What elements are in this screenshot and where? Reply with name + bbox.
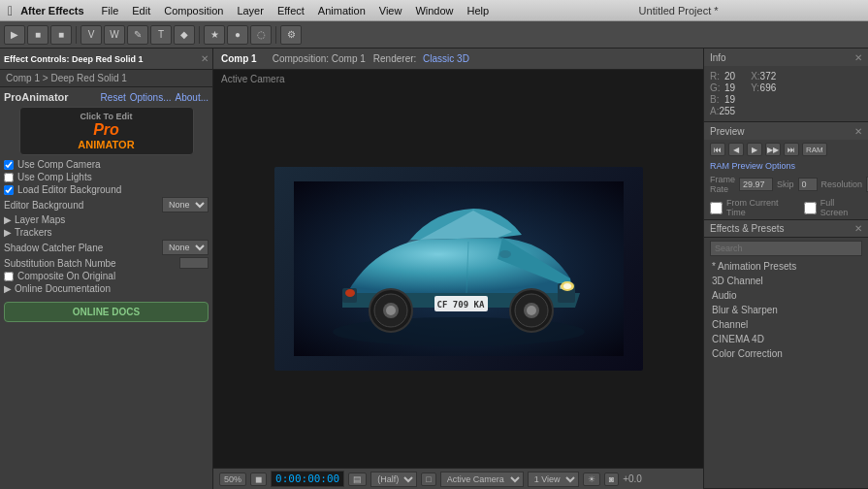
apple-menu[interactable]: : [8, 3, 13, 18]
view-count-select[interactable]: 1 View: [528, 472, 579, 487]
online-docs-toggle[interactable]: ▶: [4, 283, 12, 294]
toolbar-btn-6[interactable]: ✎: [127, 25, 148, 45]
toolbar-btn-1[interactable]: ▶: [4, 25, 25, 45]
viewport: Active Camera: [213, 70, 703, 468]
main-area: Effect Controls: Deep Red Solid 1 ✕ Comp…: [0, 49, 868, 489]
reset-btn[interactable]: Reset: [101, 92, 126, 103]
use-comp-lights-checkbox[interactable]: [4, 173, 14, 182]
skip-label: Skip: [777, 179, 794, 189]
menu-layer[interactable]: Layer: [231, 3, 270, 18]
trackers-toggle[interactable]: ▶: [4, 227, 12, 238]
next-frame-btn[interactable]: ▶▶: [765, 143, 781, 156]
panel-tabs: Effect Controls: Deep Red Solid 1 ✕: [0, 49, 212, 70]
shadow-catcher-select[interactable]: None: [162, 240, 209, 255]
car-render: CF 709 KA: [274, 167, 643, 371]
skip-to-start-btn[interactable]: ⏮: [710, 143, 725, 156]
composite-on-original-checkbox[interactable]: [4, 272, 14, 281]
preview-header[interactable]: Preview ✕: [704, 122, 868, 140]
substitution-input[interactable]: [179, 257, 209, 269]
toolbar-btn-10[interactable]: ●: [227, 25, 248, 45]
resolution-label: Resolution: [821, 179, 863, 189]
about-btn[interactable]: About...: [176, 92, 209, 103]
comp-tab[interactable]: Comp 1: [221, 53, 257, 64]
svg-point-15: [386, 306, 396, 315]
load-editor-bg-checkbox[interactable]: [4, 185, 14, 195]
b-label: B:: [710, 94, 719, 105]
left-panel: Effect Controls: Deep Red Solid 1 ✕ Comp…: [0, 49, 213, 489]
zoom-level[interactable]: 50%: [219, 473, 246, 486]
from-current-checkbox[interactable]: [710, 202, 723, 214]
ep-3d-channel[interactable]: 3D Channel: [704, 274, 868, 288]
toolbar-btn-12[interactable]: ⚙: [280, 25, 302, 45]
preview-controls: ⏮ ◀ ▶ ▶▶ ⏭ RAM: [704, 140, 868, 159]
menu-help[interactable]: Help: [462, 3, 496, 18]
menu-file[interactable]: File: [96, 3, 125, 18]
preview-close[interactable]: ✕: [854, 126, 862, 137]
menu-composition[interactable]: Composition: [158, 3, 229, 18]
ep-blur-sharpen[interactable]: Blur & Sharpen: [704, 303, 868, 317]
svg-point-6: [563, 283, 571, 289]
effects-presets-close[interactable]: ✕: [854, 223, 862, 234]
toolbar-btn-9[interactable]: ★: [204, 25, 225, 45]
substitution-label: Substitution Batch Numbe: [4, 258, 179, 269]
toolbar-btn-4[interactable]: V: [80, 25, 102, 45]
ep-animation-presets[interactable]: * Animation Presets: [704, 259, 868, 274]
full-screen-checkbox[interactable]: [804, 202, 817, 214]
ram-preview-btn[interactable]: RAM: [802, 143, 827, 156]
reset-exposure-btn[interactable]: ◙: [604, 473, 619, 486]
ep-color-correction[interactable]: Color Correction: [704, 346, 868, 361]
viewer-quality-btn[interactable]: □: [421, 473, 435, 486]
toolbar-btn-5[interactable]: W: [104, 25, 125, 45]
resolution-select[interactable]: (Half): [370, 472, 417, 487]
g-value: 19: [724, 82, 735, 93]
frame-rate-row: Frame Rate Skip Resolution Auto: [704, 173, 868, 196]
exposure-btn[interactable]: ☀: [583, 473, 600, 486]
play-btn[interactable]: ▶: [747, 143, 762, 156]
toolbar-btn-2[interactable]: ■: [27, 25, 48, 45]
ep-cinema4d[interactable]: CINEMA 4D: [704, 332, 868, 346]
menu-effect[interactable]: Effect: [272, 3, 310, 18]
menu-edit[interactable]: Edit: [126, 3, 156, 18]
frame-rate-input[interactable]: [739, 178, 773, 191]
prev-frame-btn[interactable]: ◀: [728, 143, 744, 156]
pro-animator-brand: Pro: [78, 121, 134, 139]
info-section: Info ✕ R: 20 G: 19 B: 19: [704, 49, 868, 122]
toolbar-sep-3: [275, 26, 276, 44]
menu-view[interactable]: View: [373, 3, 408, 18]
toolbar-btn-7[interactable]: T: [150, 25, 172, 45]
menu-window[interactable]: Window: [409, 3, 459, 18]
options-btn[interactable]: Options...: [130, 92, 172, 103]
panel-close[interactable]: ✕: [201, 53, 209, 64]
ram-preview-options-label[interactable]: RAM Preview Options: [710, 161, 795, 171]
effects-presets-header[interactable]: Effects & Presets ✕: [704, 220, 868, 238]
r-value: 20: [724, 71, 735, 82]
pro-animator-logo[interactable]: Click To Edit Pro ANIMATOR: [19, 107, 194, 155]
toolbar-btn-8[interactable]: ◆: [174, 25, 195, 45]
effect-controls-tab[interactable]: Effect Controls: Deep Red Solid 1: [4, 54, 144, 64]
preview-section: Preview ✕ ⏮ ◀ ▶ ▶▶ ⏭ RAM RAM Preview Opt…: [704, 122, 868, 220]
view-select[interactable]: Active Camera: [440, 472, 524, 487]
breadcrumb-text: Comp 1 > Deep Red Solid 1: [6, 73, 127, 83]
info-close[interactable]: ✕: [854, 52, 862, 63]
toolbar: ▶ ■ ■ V W ✎ T ◆ ★ ● ◌ ⚙: [0, 21, 868, 49]
info-header[interactable]: Info ✕: [704, 49, 868, 66]
ep-channel[interactable]: Channel: [704, 317, 868, 332]
toolbar-btn-11[interactable]: ◌: [250, 25, 272, 45]
skip-to-end-btn[interactable]: ⏭: [784, 143, 799, 156]
renderer-text: Renderer:: [373, 53, 416, 64]
layer-maps-toggle[interactable]: ▶: [4, 214, 12, 225]
online-docs-button[interactable]: ONLINE DOCS: [4, 302, 209, 322]
menu-animation[interactable]: Animation: [312, 3, 371, 18]
ep-audio[interactable]: Audio: [704, 288, 868, 303]
editor-bg-select[interactable]: None: [162, 197, 209, 212]
a-label: A:: [710, 106, 719, 116]
skip-input[interactable]: [798, 178, 818, 191]
timecode-display[interactable]: 0:00:00:00: [271, 471, 344, 487]
toolbar-btn-3[interactable]: ■: [50, 25, 72, 45]
effects-search-input[interactable]: [710, 241, 862, 256]
composite-on-original-label: Composite On Original: [17, 271, 115, 281]
use-comp-camera-checkbox[interactable]: [4, 160, 14, 170]
fit-btn[interactable]: ◼: [250, 473, 267, 486]
effect-controls-panel: ProAnimator Reset Options... About... Cl…: [0, 87, 212, 489]
frame-rate-btn[interactable]: ▤: [348, 473, 367, 486]
